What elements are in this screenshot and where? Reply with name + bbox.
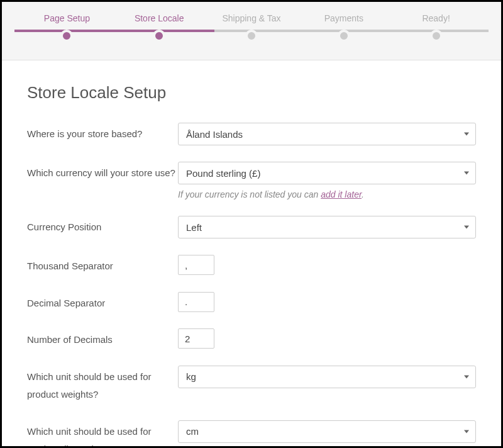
- step-ready[interactable]: Ready!: [390, 13, 482, 42]
- row-thousand-separator: Thousand Separator: [27, 255, 476, 276]
- caret-down-icon: [464, 375, 469, 378]
- step-dot-icon: [338, 30, 350, 42]
- caret-down-icon: [464, 172, 469, 175]
- label-store-based: Where is your store based?: [27, 123, 178, 143]
- input-number-of-decimals[interactable]: [178, 328, 214, 349]
- currency-hint: If your currency is not listed you can a…: [178, 189, 476, 199]
- row-store-based: Where is your store based? Åland Islands: [27, 123, 476, 145]
- wizard-stepper: Page Setup Store Locale Shipping & Tax P…: [2, 2, 501, 60]
- caret-down-icon: [464, 430, 469, 433]
- form-card: Store Locale Setup Where is your store b…: [11, 60, 492, 448]
- select-store-based[interactable]: Åland Islands: [178, 123, 476, 145]
- select-value: Åland Islands: [186, 129, 243, 140]
- select-value: Left: [186, 222, 202, 233]
- caret-down-icon: [464, 133, 469, 136]
- select-weight-unit[interactable]: kg: [178, 366, 476, 388]
- step-dot-icon: [245, 30, 258, 42]
- input-thousand-separator[interactable]: [178, 255, 214, 275]
- label-currency-position: Currency Position: [27, 216, 178, 237]
- select-currency[interactable]: Pound sterling (£): [178, 162, 476, 184]
- row-number-of-decimals: Number of Decimals: [27, 328, 476, 349]
- row-weight-unit: Which unit should be used for product we…: [27, 366, 476, 404]
- step-label: Ready!: [422, 13, 450, 23]
- row-currency: Which currency will your store use? Poun…: [27, 162, 476, 199]
- label-weight-unit: Which unit should be used for product we…: [27, 366, 178, 404]
- step-page-setup[interactable]: Page Setup: [21, 13, 113, 42]
- select-value: Pound sterling (£): [186, 168, 260, 179]
- step-store-locale[interactable]: Store Locale: [113, 13, 206, 42]
- row-currency-position: Currency Position Left: [27, 216, 476, 238]
- step-dot-icon: [430, 30, 443, 42]
- row-decimal-separator: Decimal Separator: [27, 292, 476, 313]
- step-label: Payments: [324, 13, 363, 23]
- step-label: Store Locale: [135, 13, 184, 23]
- step-label: Shipping & Tax: [222, 13, 280, 23]
- caret-down-icon: [464, 226, 469, 229]
- input-decimal-separator[interactable]: [178, 292, 214, 312]
- step-label: Page Setup: [44, 13, 90, 23]
- label-dimension-unit: Which unit should be used for product di…: [27, 420, 178, 449]
- page-title: Store Locale Setup: [27, 83, 476, 103]
- select-currency-position[interactable]: Left: [178, 216, 476, 238]
- label-number-of-decimals: Number of Decimals: [27, 328, 178, 349]
- add-currency-later-link[interactable]: add it later: [321, 189, 362, 199]
- select-value: kg: [186, 371, 196, 382]
- select-dimension-unit[interactable]: cm: [178, 420, 476, 443]
- label-thousand-separator: Thousand Separator: [27, 255, 178, 276]
- label-decimal-separator: Decimal Separator: [27, 292, 178, 313]
- row-dimension-unit: Which unit should be used for product di…: [27, 420, 476, 449]
- label-currency: Which currency will your store use?: [27, 162, 178, 182]
- select-value: cm: [186, 426, 199, 437]
- step-payments[interactable]: Payments: [297, 13, 390, 42]
- step-shipping-tax[interactable]: Shipping & Tax: [206, 13, 298, 42]
- step-dot-icon: [60, 30, 73, 42]
- step-dot-icon: [153, 30, 165, 42]
